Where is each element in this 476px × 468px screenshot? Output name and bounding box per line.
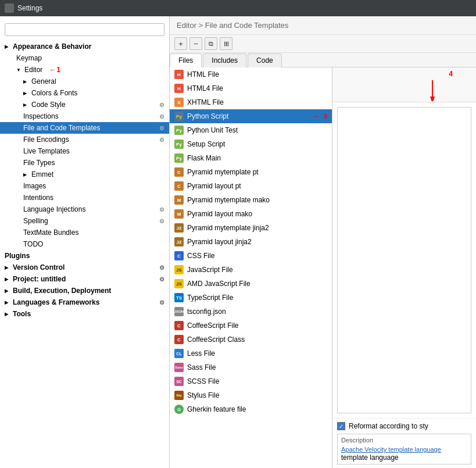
remove-button[interactable]: − (189, 37, 202, 50)
reformat-check: ✓ Reformat according to sty (337, 422, 471, 430)
breadcrumb: Editor > File and Code Templates (170, 16, 476, 35)
sidebar-item-label: Project: untitled (13, 275, 66, 283)
file-item-pyramid-layout-jinja2[interactable]: J2 Pyramid layout jinja2 (170, 235, 332, 249)
sidebar-item-version-control[interactable]: ▶ Version Control ⚙ (0, 262, 169, 273)
file-item-pyramid-mytemplate-jinja2[interactable]: J2 Pyramid mytemplate jinja2 (170, 221, 332, 235)
sidebar-item-label: Keymap (16, 54, 42, 62)
annotation-arrow-3: ← (313, 112, 320, 120)
breadcrumb-text: Editor > File and Code Templates (177, 21, 288, 30)
file-item-pyramid-layout-pt[interactable]: C Pyramid layout pt (170, 179, 332, 193)
description-link[interactable]: Apache Velocity template language (341, 446, 441, 453)
sidebar-item-todo[interactable]: TODO (0, 238, 169, 250)
html-file-icon: H (174, 70, 184, 79)
sidebar-item-emmet[interactable]: ▶ Emmet (0, 169, 169, 180)
settings-badge: ⚙ (159, 265, 164, 271)
sidebar-item-label: Colors & Fonts (31, 89, 77, 97)
sidebar-item-file-code-templates[interactable]: File and Code Templates ⚙ 2 → (0, 122, 169, 134)
file-item-sass[interactable]: Sass Sass File (170, 360, 332, 374)
file-item-pyramid-mytemplate-pt[interactable]: C Pyramid mytemplate pt (170, 165, 332, 179)
file-item-css[interactable]: C CSS File (170, 249, 332, 263)
sidebar-item-textmate-bundles[interactable]: TextMate Bundles (0, 227, 169, 238)
annotation-4-label: 4 (449, 70, 453, 78)
pyramid-layout-mako-icon: M (174, 209, 184, 219)
editor-header-area: 4 (332, 67, 476, 102)
sidebar-item-tools[interactable]: ▶ Tools (0, 308, 169, 320)
file-item-javascript[interactable]: JS JavaScript File (170, 263, 332, 277)
file-item-coffeescript-class[interactable]: C CoffeeScript Class (170, 333, 332, 346)
file-item-coffeescript[interactable]: C CoffeeScript File (170, 319, 332, 333)
sidebar-item-images[interactable]: Images (0, 180, 169, 192)
file-item-label: CoffeeScript File (187, 321, 238, 330)
sidebar-item-intentions[interactable]: Intentions (0, 192, 169, 203)
settings-badge: ⚙ (159, 218, 164, 224)
sidebar-item-language-injections[interactable]: Language Injections ⚙ (0, 203, 169, 215)
file-item-scss[interactable]: SC SCSS File (170, 374, 332, 388)
sidebar-item-label: Build, Execution, Deployment (13, 287, 111, 295)
file-item-xhtml[interactable]: X XHTML File (170, 95, 332, 109)
title-text: Settings (17, 4, 42, 12)
reformat-checkbox[interactable]: ✓ (337, 422, 345, 430)
expand-arrow: ▼ (16, 67, 22, 73)
file-item-html[interactable]: H HTML File (170, 67, 332, 81)
sidebar-item-label: Spelling (23, 217, 48, 225)
editor-text-area[interactable] (337, 107, 471, 413)
file-item-less[interactable]: CL Less File (170, 346, 332, 360)
sidebar-item-build-exec-deploy[interactable]: ▶ Build, Execution, Deployment (0, 285, 169, 296)
file-item-python-unit-test[interactable]: Py Python Unit Test (170, 123, 332, 137)
file-item-html4[interactable]: H HTML4 File (170, 81, 332, 95)
settings-badge: ⚙ (159, 206, 164, 213)
sidebar-item-label: Live Templates (23, 147, 70, 155)
file-item-label: CoffeeScript Class (187, 335, 245, 344)
css-file-icon: C (174, 251, 184, 260)
tab-includes[interactable]: Includes (203, 53, 246, 67)
sidebar-item-label: Inspections (23, 112, 59, 120)
file-item-tsconfig-json[interactable]: JSON tsconfig.json (170, 305, 332, 319)
sidebar-item-label: TextMate Bundles (23, 228, 78, 237)
file-item-pyramid-mytemplate-mako[interactable]: M Pyramid mytemplate mako (170, 193, 332, 207)
file-item-pyramid-layout-mako[interactable]: M Pyramid layout mako (170, 207, 332, 221)
file-item-setup-script[interactable]: Py Setup Script (170, 137, 332, 151)
sidebar-item-inspections[interactable]: Inspections ⚙ (0, 110, 169, 122)
tab-code[interactable]: Code (248, 53, 282, 67)
sidebar-item-live-templates[interactable]: Live Templates (0, 145, 169, 157)
sidebar-item-colors-fonts[interactable]: ▶ Colors & Fonts (0, 87, 169, 99)
sidebar-item-label: File and Code Templates (23, 124, 101, 132)
sidebar-item-languages-frameworks[interactable]: ▶ Languages & Frameworks ⚙ (0, 296, 169, 308)
pyramid-pt-icon: C (174, 167, 184, 177)
file-item-label: Python Unit Test (187, 126, 238, 134)
sidebar-item-file-types[interactable]: File Types (0, 157, 169, 169)
copy-button[interactable]: ⧉ (205, 37, 217, 50)
sidebar-item-appearance[interactable]: ▶ Appearance & Behavior (0, 41, 169, 52)
file-item-amd-javascript[interactable]: JS AMD JavaScript File (170, 277, 332, 291)
sidebar-item-editor[interactable]: ▼ Editor ←1 (0, 64, 169, 76)
sidebar-item-keymap[interactable]: Keymap (0, 52, 169, 64)
tab-files[interactable]: Files (170, 53, 202, 67)
other-button[interactable]: ⊞ (220, 37, 232, 50)
expand-arrow: ▶ (5, 265, 10, 270)
sidebar-item-general[interactable]: ▶ General (0, 76, 169, 87)
sidebar-item-code-style[interactable]: ▶ Code Style ⚙ (0, 99, 169, 110)
sidebar-item-plugins[interactable]: Plugins (0, 250, 169, 262)
less-file-icon: CL (174, 349, 184, 358)
file-item-label: Setup Script (187, 140, 225, 148)
sidebar-item-project-untitled[interactable]: ▶ Project: untitled ⚙ (0, 273, 169, 285)
file-item-flask-main[interactable]: Py Flask Main (170, 151, 332, 165)
main-container: ▶ Appearance & Behavior Keymap ▼ Editor … (0, 16, 476, 468)
add-button[interactable]: + (174, 37, 187, 50)
file-item-label: HTML File (187, 70, 219, 78)
sidebar-item-label: Code Style (31, 101, 66, 109)
sidebar-item-spelling[interactable]: Spelling ⚙ (0, 215, 169, 227)
right-panel: Editor > File and Code Templates + − ⧉ ⊞… (170, 16, 476, 468)
file-item-gherkin[interactable]: G Gherkin feature file (170, 402, 332, 416)
file-item-python-script[interactable]: Py Python Script ← 3 (170, 109, 332, 123)
expand-arrow: ▶ (23, 79, 29, 84)
settings-badge: ⚙ (159, 125, 164, 131)
file-item-typescript[interactable]: TS TypeScript File (170, 291, 332, 305)
stylus-file-icon: Sty (174, 391, 184, 400)
file-item-stylus[interactable]: Sty Stylus File (170, 388, 332, 402)
sidebar-item-file-encodings[interactable]: File Encodings ⚙ (0, 134, 169, 145)
json-file-icon: JSON (174, 307, 184, 316)
search-input[interactable] (5, 23, 164, 36)
sidebar-item-label: Emmet (31, 170, 53, 178)
html4-file-icon: H (174, 84, 184, 93)
